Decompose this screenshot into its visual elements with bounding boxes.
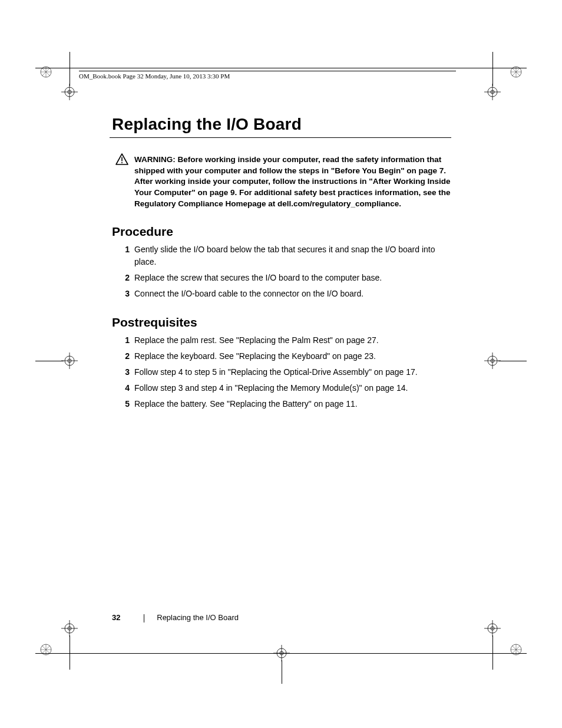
page-title: Replacing the I/O Board xyxy=(112,115,454,134)
step-text: Follow step 4 to step 5 in "Replacing th… xyxy=(134,367,418,377)
procedure-steps: 1Gently slide the I/O board below the ta… xyxy=(134,243,454,300)
regmark-icon xyxy=(61,620,78,637)
warning-label: WARNING: xyxy=(134,155,178,164)
step-text: Gently slide the I/O board below the tab… xyxy=(134,245,435,266)
step-text: Replace the keyboard. See "Replacing the… xyxy=(134,351,376,361)
cropmark-icon xyxy=(510,66,522,78)
procedure-heading: Procedure xyxy=(112,225,454,239)
step-number: 3 xyxy=(118,366,130,378)
step-text: Replace the palm rest. See "Replacing th… xyxy=(134,335,379,345)
list-item: 3Follow step 4 to step 5 in "Replacing t… xyxy=(134,366,454,378)
regmark-icon xyxy=(273,645,290,661)
step-number: 1 xyxy=(118,334,130,347)
list-item: 3Connect the I/O-board cable to the conn… xyxy=(134,288,454,300)
regmark-icon xyxy=(61,84,78,100)
regmark-icon xyxy=(484,84,501,100)
title-rule xyxy=(110,137,451,138)
step-text: Replace the battery. See "Replacing the … xyxy=(134,399,358,409)
postrequisites-steps: 1Replace the palm rest. See "Replacing t… xyxy=(134,334,454,410)
step-number: 1 xyxy=(118,243,130,256)
list-item: 1Replace the palm rest. See "Replacing t… xyxy=(134,334,454,347)
cropmark-icon xyxy=(40,66,52,78)
page-number: 32 xyxy=(112,613,131,622)
step-number: 4 xyxy=(118,382,130,394)
list-item: 2Replace the screw that secures the I/O … xyxy=(134,272,454,284)
step-number: 5 xyxy=(118,398,130,410)
warning-icon xyxy=(115,153,128,169)
list-item: 2Replace the keyboard. See "Replacing th… xyxy=(134,350,454,363)
regmark-icon xyxy=(61,353,78,369)
step-text: Replace the screw that secures the I/O b… xyxy=(134,273,382,282)
step-text: Connect the I/O-board cable to the conne… xyxy=(134,289,363,298)
page-footer: 32 Replacing the I/O Board xyxy=(112,613,239,622)
footer-section-title: Replacing the I/O Board xyxy=(157,613,239,622)
step-number: 3 xyxy=(118,288,130,300)
running-header: OM_Book.book Page 32 Monday, June 10, 20… xyxy=(79,71,456,80)
footer-separator xyxy=(144,614,144,622)
regmark-icon xyxy=(484,620,501,637)
postrequisites-heading: Postrequisites xyxy=(112,315,454,330)
step-number: 2 xyxy=(118,272,130,284)
page-content: OM_Book.book Page 32 Monday, June 10, 20… xyxy=(112,71,454,414)
step-text: Follow step 3 and step 4 in "Replacing t… xyxy=(134,383,408,393)
step-number: 2 xyxy=(118,350,130,363)
warning-block: WARNING: Before working inside your comp… xyxy=(134,154,454,209)
svg-point-50 xyxy=(121,162,123,163)
list-item: 4Follow step 3 and step 4 in "Replacing … xyxy=(134,382,454,394)
cropmark-icon xyxy=(40,644,52,655)
list-item: 5Replace the battery. See "Replacing the… xyxy=(134,398,454,410)
list-item: 1Gently slide the I/O board below the ta… xyxy=(134,243,454,268)
runhead-text: OM_Book.book Page 32 Monday, June 10, 20… xyxy=(79,73,230,80)
warning-text: Before working inside your computer, rea… xyxy=(134,155,451,208)
cropmark-icon xyxy=(510,644,522,655)
